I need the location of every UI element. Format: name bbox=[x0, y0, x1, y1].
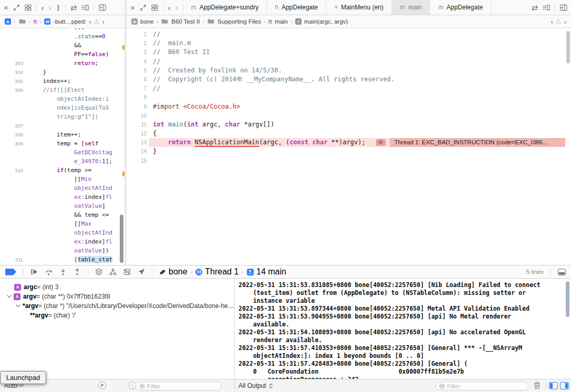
console-filter-input[interactable] bbox=[447, 383, 525, 389]
warning-icon[interactable]: ⚠ bbox=[94, 18, 100, 25]
variable-row[interactable]: Aargc = (int) 3 bbox=[0, 282, 234, 292]
prev-issue-icon[interactable]: ‹ bbox=[89, 18, 91, 25]
continue-execution-icon[interactable] bbox=[30, 268, 38, 276]
breadcrumb-item[interactable]: bone bbox=[159, 267, 188, 277]
variable-value: = (char *) "/Users/ch/Library/Developer/… bbox=[38, 302, 234, 310]
console-line: 2022-05-31 15:31:57.410353+0800 bone[400… bbox=[238, 344, 571, 352]
console-output-dropdown[interactable]: All Output bbox=[238, 382, 273, 389]
code-review-icon[interactable] bbox=[81, 4, 89, 11]
code-line: 3// B60 Test II bbox=[127, 48, 571, 57]
code-review-icon[interactable] bbox=[543, 4, 550, 11]
scrollbar-thumb[interactable] bbox=[566, 31, 570, 63]
prev-issue-icon[interactable]: ‹ bbox=[551, 18, 553, 25]
console-line: objectAtIndex:]: index 1 beyond bounds [… bbox=[238, 352, 571, 360]
variables-view-toggle-icon[interactable] bbox=[549, 382, 558, 389]
expand-editor-icon[interactable] bbox=[13, 4, 20, 11]
variable-row[interactable]: **argv = (char) '/' bbox=[0, 311, 234, 320]
code-line: 1// bbox=[127, 30, 571, 39]
variables-filter-field[interactable] bbox=[136, 382, 222, 390]
editor-tab[interactable]: mAppDelegate+sundry bbox=[183, 0, 267, 15]
console-pane-toggle-icon[interactable] bbox=[558, 269, 566, 276]
forward-icon[interactable]: › bbox=[175, 4, 178, 12]
line-number bbox=[0, 237, 26, 246]
left-code-editor[interactable]: ... .state==0 && PF==false)303 return;30… bbox=[0, 28, 124, 265]
separator bbox=[551, 268, 551, 276]
editor-tab[interactable]: hAppDelegate bbox=[267, 0, 326, 15]
line-number: 14 bbox=[127, 147, 149, 156]
close-editor-icon[interactable]: × bbox=[4, 4, 8, 12]
step-out-icon[interactable] bbox=[74, 268, 81, 276]
clear-console-icon[interactable] bbox=[533, 382, 541, 391]
editor-tab[interactable]: mAppDelegate bbox=[430, 0, 491, 15]
flag-filter-icon[interactable] bbox=[98, 382, 106, 389]
tab-label: main bbox=[408, 4, 422, 11]
back-icon[interactable]: ‹ bbox=[168, 4, 171, 12]
warning-icon[interactable]: ⚠ bbox=[556, 18, 562, 25]
code-line: objectAtInd bbox=[0, 184, 124, 193]
variable-row[interactable]: Aargv = (char **) 0x7ff7bb1623f8 bbox=[0, 292, 234, 301]
breadcrumb-item[interactable]: Abone bbox=[131, 18, 154, 25]
expand-editor-icon[interactable] bbox=[140, 4, 147, 11]
line-number: 307 bbox=[0, 121, 26, 130]
forward-icon[interactable]: › bbox=[49, 4, 51, 12]
editor-tab[interactable]: ×MainMenu (en) bbox=[326, 0, 392, 15]
swap-editor-icon[interactable]: ⇄ bbox=[531, 4, 538, 12]
output-selector-label: All Output bbox=[238, 382, 266, 389]
line-number bbox=[0, 202, 26, 210]
close-editor-icon[interactable]: × bbox=[130, 4, 135, 12]
breadcrumb-item[interactable]: M-butt…pped: bbox=[44, 18, 86, 25]
breadcrumb-item[interactable]: 14 main bbox=[247, 267, 286, 277]
console-filter-field[interactable] bbox=[435, 382, 528, 390]
main-code-editor[interactable]: 1//2// main.m3// B60 Test II4//5// Creat… bbox=[127, 28, 571, 265]
breadcrumb-item[interactable]: Supporting Files bbox=[207, 18, 261, 25]
back-icon[interactable]: ‹ bbox=[41, 4, 44, 12]
add-editor-icon[interactable] bbox=[560, 4, 567, 11]
breadcrumb-item[interactable]: Thread 1 bbox=[195, 267, 238, 277]
breadcrumb-item[interactable] bbox=[18, 18, 26, 25]
console-line: renderer available. bbox=[238, 336, 571, 344]
editor-layout-grid-icon[interactable] bbox=[151, 4, 158, 11]
variable-row[interactable]: *argv = (char *) "/Users/ch/Library/Deve… bbox=[0, 301, 234, 311]
error-annotation[interactable]: Thread 1: EXC_BAD_INSTRUCTION (code=EXC_… bbox=[390, 138, 565, 147]
step-into-icon[interactable] bbox=[59, 268, 67, 276]
disclosure-chevron-icon[interactable] bbox=[7, 295, 12, 298]
line-number: 306 bbox=[0, 86, 26, 94]
line-number: 13 bbox=[127, 138, 149, 147]
console-line: 2022-05-31 15:31:57.428483+0800 bone[400… bbox=[238, 360, 571, 368]
add-editor-icon[interactable] bbox=[99, 4, 106, 11]
swap-editor-icon[interactable]: ⇄ bbox=[70, 4, 77, 12]
breadcrumb-item[interactable]: fmain(argc, argv) bbox=[295, 18, 348, 25]
breadcrumb-item[interactable]: A bbox=[5, 18, 11, 25]
console-view-toggle-icon[interactable] bbox=[560, 382, 569, 389]
breadcrumb-item[interactable]: mmain bbox=[268, 18, 288, 25]
next-issue-icon[interactable]: › bbox=[564, 18, 566, 25]
breakpoints-toggle-icon[interactable] bbox=[5, 269, 16, 276]
step-over-icon[interactable] bbox=[45, 268, 53, 276]
editor-split: × ‹ › ) ⇄ A››m›M-butt…pped: ‹ ⚠ › bbox=[0, 0, 571, 265]
breadcrumb-item[interactable]: B60 Test II bbox=[161, 18, 200, 25]
code-text: ... bbox=[26, 28, 85, 32]
scrollbar-thumb[interactable] bbox=[566, 281, 569, 317]
code-text: // Created by foxlink on 14/5/30. bbox=[149, 66, 282, 75]
disclosure-chevron-icon[interactable] bbox=[16, 304, 20, 308]
variables-filter-input[interactable] bbox=[147, 383, 218, 389]
next-issue-icon[interactable]: › bbox=[102, 18, 105, 25]
scrollbar-thumb[interactable] bbox=[120, 215, 123, 263]
editor-tab[interactable]: mmain bbox=[392, 0, 430, 15]
breadcrumb-label: Supporting Files bbox=[217, 18, 261, 25]
editor-layout-grid-icon[interactable] bbox=[25, 4, 32, 11]
environment-overrides-icon[interactable] bbox=[123, 268, 131, 276]
console-output[interactable]: 2022-05-31 15:31:53.831085+0800 bone[400… bbox=[235, 279, 571, 379]
breadcrumb-item[interactable]: m bbox=[33, 18, 37, 25]
view-hierarchy-debugger-icon[interactable] bbox=[95, 268, 102, 276]
code-text: // main.m bbox=[149, 39, 191, 48]
variable-value: = (int) 3 bbox=[37, 283, 58, 291]
memory-graph-icon[interactable] bbox=[109, 268, 117, 276]
truncated-tab[interactable]: ) bbox=[56, 4, 60, 11]
change-marker bbox=[122, 45, 124, 50]
tab-close-icon[interactable]: × bbox=[334, 4, 338, 11]
code-line: oatValue]) bbox=[0, 246, 124, 255]
variable-value: = (char **) 0x7ff7bb1623f8 bbox=[36, 293, 110, 300]
breadcrumb-chevron-icon: › bbox=[14, 18, 16, 25]
simulate-location-icon[interactable] bbox=[138, 268, 145, 276]
